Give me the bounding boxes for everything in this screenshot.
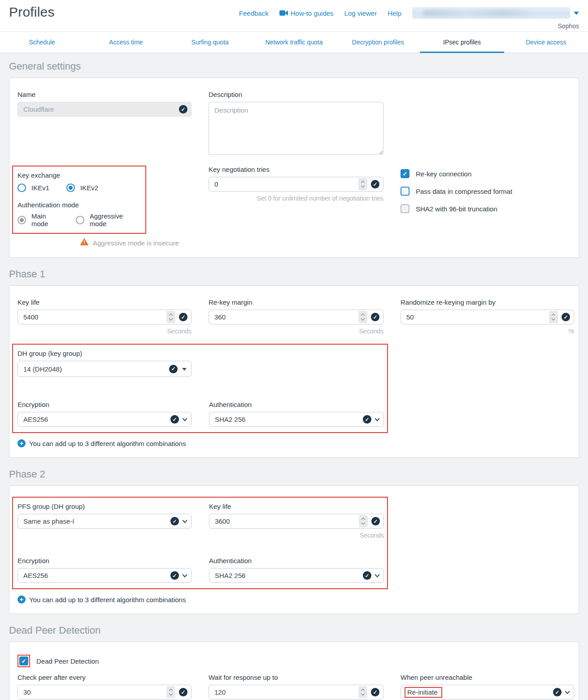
p2-key-life-unit: Seconds <box>209 532 384 539</box>
aggressive-mode-warning: Aggressive mode is insecure <box>80 238 192 247</box>
tab-device-access[interactable]: Device access <box>504 32 588 52</box>
dpd-enable-row: Dead Peer Detection <box>17 655 574 667</box>
p2-key-life-label: Key life <box>209 503 384 510</box>
aggressive-mode-radio[interactable] <box>76 216 84 224</box>
p2-authentication-value: SHA2 256 <box>210 572 363 579</box>
chevron-down-icon <box>375 416 379 421</box>
description-textarea[interactable] <box>209 102 383 155</box>
key-exchange-label: Key exchange <box>17 171 141 179</box>
valid-check-icon <box>170 571 179 580</box>
p1-dh-group-select[interactable]: 14 (DH2048) <box>17 361 192 377</box>
number-stepper[interactable] <box>166 311 175 323</box>
log-viewer-link[interactable]: Log viewer <box>344 9 377 17</box>
p1-authentication-value: SHA2 256 <box>210 416 363 423</box>
number-stepper[interactable] <box>358 311 367 323</box>
p1-randomize-unit: % <box>401 328 574 335</box>
number-stepper[interactable] <box>166 686 175 698</box>
rekey-connection-checkbox[interactable] <box>401 169 409 178</box>
p1-encryption-select[interactable]: AES256 <box>17 412 192 427</box>
phase1-heading: Phase 1 <box>9 268 579 280</box>
chevron-down-icon[interactable] <box>574 12 579 15</box>
compressed-format-row: Pass data in compressed format <box>401 187 574 196</box>
help-link[interactable]: Help <box>388 9 401 17</box>
dpd-wait-value[interactable] <box>210 688 358 696</box>
dpd-unreachable-field: When peer unreachable Re-initiate <box>401 674 574 700</box>
tab-ipsec-profiles[interactable]: IPsec profiles <box>420 32 504 52</box>
add-icon[interactable] <box>17 439 26 447</box>
valid-check-icon <box>553 688 562 696</box>
tab-surfing-quota[interactable]: Surfing quota <box>168 32 252 52</box>
p2-pfs-group-select[interactable]: Same as phase-I <box>17 514 192 529</box>
number-stepper[interactable] <box>358 686 367 698</box>
chevron-down-icon <box>182 572 187 577</box>
tab-access-time[interactable]: Access time <box>84 32 168 52</box>
valid-check-icon <box>363 571 371 580</box>
valid-check-icon <box>179 688 187 696</box>
phase1-panel: Key life Seconds Re-key margin Seconds <box>9 285 579 458</box>
p2-key-life-input <box>209 514 384 529</box>
number-stepper[interactable] <box>359 515 368 527</box>
tab-schedule[interactable]: Schedule <box>0 32 84 52</box>
p2-encryption-value: AES256 <box>19 572 170 579</box>
ikev2-radio[interactable] <box>66 184 75 192</box>
dropdown-caret-icon <box>182 368 187 371</box>
valid-check-icon <box>179 313 187 321</box>
device-selector[interactable] <box>412 7 579 19</box>
number-stepper[interactable] <box>358 178 367 190</box>
p2-key-life-field: Key life Seconds <box>209 503 384 539</box>
howto-guides-link[interactable]: How-to guides <box>279 9 334 17</box>
warning-text: Aggressive mode is insecure <box>93 239 179 247</box>
chevron-down-icon <box>375 572 379 577</box>
sha2-truncation-checkbox[interactable] <box>401 204 409 213</box>
sha2-truncation-row: SHA2 with 96-bit truncation <box>401 204 574 213</box>
dpd-unreachable-select[interactable]: Re-initiate <box>401 685 574 700</box>
valid-check-icon <box>562 313 570 321</box>
dpd-check-peer-input <box>17 685 192 700</box>
auth-mode-radios: Main mode Aggressive mode <box>17 212 141 228</box>
p1-rekey-margin-label: Re-key margin <box>209 298 383 306</box>
key-negotiation-input-value[interactable] <box>210 180 358 188</box>
dpd-check-peer-label: Check peer after every <box>17 674 192 681</box>
compressed-format-checkbox[interactable] <box>401 187 409 196</box>
dpd-check-peer-value[interactable] <box>19 688 166 696</box>
number-stepper[interactable] <box>549 311 558 323</box>
phase2-algorithms-annotation-box: PFS group (DH group) Same as phase-I Key… <box>12 497 388 589</box>
main-mode-label: Main mode <box>31 212 64 228</box>
p2-key-life-value[interactable] <box>210 517 359 525</box>
feedback-link[interactable]: Feedback <box>239 9 269 17</box>
p1-key-life-value[interactable] <box>19 313 166 321</box>
p2-authentication-field: Authentication SHA2 256 <box>209 557 384 583</box>
main-mode-radio[interactable] <box>17 216 26 224</box>
name-input-value <box>19 105 179 113</box>
valid-check-icon <box>179 105 187 114</box>
p2-authentication-select[interactable]: SHA2 256 <box>209 568 384 583</box>
ikev1-radio[interactable] <box>17 184 26 192</box>
p1-randomize-value[interactable] <box>402 313 549 321</box>
p2-authentication-label: Authentication <box>209 557 384 564</box>
valid-check-icon <box>371 180 379 188</box>
p2-add-combination-note: You can add up to 3 different algorithm … <box>17 595 574 604</box>
p1-rekey-margin-unit: Seconds <box>209 328 383 335</box>
p2-encryption-select[interactable]: AES256 <box>17 568 192 583</box>
chevron-down-icon <box>182 416 187 421</box>
compressed-format-label: Pass data in compressed format <box>416 188 512 195</box>
valid-check-icon <box>371 313 379 321</box>
dpd-enable-checkbox[interactable] <box>19 656 28 665</box>
key-negotiation-field: Key negotiation tries Set 0 for unlimite… <box>209 166 383 202</box>
p1-key-life-input <box>17 310 192 324</box>
dpd-wait-label: Wait for response up to <box>209 674 383 681</box>
add-icon[interactable] <box>17 595 26 604</box>
tab-decryption-profiles[interactable]: Decryption profiles <box>336 32 420 52</box>
tab-network-traffic-quota[interactable]: Network traffic quota <box>252 32 336 52</box>
dpd-unreachable-label: When peer unreachable <box>401 674 574 681</box>
p1-key-life-label: Key life <box>17 298 192 306</box>
main-content: General settings Name Description Key ex… <box>0 61 588 700</box>
p1-authentication-select[interactable]: SHA2 256 <box>209 412 384 427</box>
p1-rekey-margin-value[interactable] <box>210 313 358 321</box>
warning-triangle-icon <box>80 238 88 247</box>
dpd-check-peer-field: Check peer after every Seconds <box>17 674 192 700</box>
phase2-panel: PFS group (DH group) Same as phase-I Key… <box>9 486 579 614</box>
valid-check-icon <box>169 365 178 373</box>
p1-encryption-label: Encryption <box>17 401 192 408</box>
p1-encryption-field: Encryption AES256 <box>17 401 192 427</box>
